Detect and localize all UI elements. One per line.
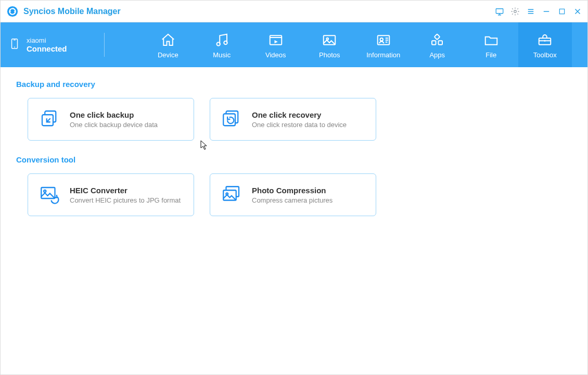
gear-icon[interactable] <box>507 1 523 22</box>
svg-rect-13 <box>432 41 436 45</box>
close-icon[interactable] <box>570 1 585 22</box>
music-icon <box>214 31 229 48</box>
nav-videos[interactable]: Videos <box>249 22 303 67</box>
backup-tile-row: One click backup One click backup device… <box>16 98 572 141</box>
apps-icon <box>429 31 445 48</box>
nav-file[interactable]: File <box>464 22 518 67</box>
nav-device[interactable]: Device <box>141 22 195 67</box>
device-name: xiaomi <box>27 36 67 44</box>
svg-point-2 <box>514 10 517 12</box>
recovery-icon <box>221 108 242 130</box>
minimize-icon[interactable] <box>539 1 554 22</box>
svg-rect-19 <box>42 115 53 126</box>
conversion-tile-row: HEIC Converter Convert HEIC pictures to … <box>16 173 572 216</box>
nav-label: File <box>485 51 496 59</box>
nav-information[interactable]: Information <box>356 22 411 67</box>
heic-icon <box>39 184 60 206</box>
nav-label: Music <box>213 51 231 59</box>
tile-desc: Compress camera pictures <box>252 196 333 204</box>
svg-point-12 <box>380 38 383 41</box>
maximize-icon[interactable] <box>554 1 570 22</box>
nav-label: Toolbox <box>533 51 557 59</box>
tile-title: One click recovery <box>252 110 347 119</box>
nav-label: Device <box>158 51 178 59</box>
nav-label: Apps <box>429 51 445 59</box>
svg-rect-1 <box>496 8 503 13</box>
toolbox-icon <box>537 31 553 48</box>
compress-icon <box>221 184 242 206</box>
nav-label: Videos <box>265 51 286 59</box>
home-icon <box>160 31 176 48</box>
device-status: Connected <box>27 44 67 53</box>
svg-point-5 <box>14 47 15 48</box>
tile-desc: One click restore data to device <box>252 121 347 129</box>
tile-desc: One click backup device data <box>70 121 158 129</box>
nav-toolbox[interactable]: Toolbox <box>518 22 572 67</box>
tile-desc: Convert HEIC pictures to JPG format <box>70 196 181 204</box>
nav-label: Information <box>366 51 400 59</box>
svg-point-17 <box>544 40 546 41</box>
nav-music[interactable]: Music <box>195 22 249 67</box>
svg-rect-3 <box>559 9 564 14</box>
phone-icon <box>9 35 20 55</box>
nav-apps[interactable]: Apps <box>411 22 465 67</box>
window-actions <box>492 1 585 22</box>
tile-one-click-backup[interactable]: One click backup One click backup device… <box>28 98 194 141</box>
tile-photo-compression[interactable]: Photo Compression Compress camera pictur… <box>210 173 376 216</box>
photo-icon <box>322 31 337 48</box>
app-title: Syncios Mobile Manager <box>23 7 121 16</box>
nav-strip: xiaomi Connected Device Music <box>1 22 587 67</box>
menu-icon[interactable] <box>523 1 539 22</box>
tile-one-click-recovery[interactable]: One click recovery One click restore dat… <box>210 98 376 141</box>
svg-point-23 <box>44 190 46 192</box>
main-content: Backup and recovery One click backup One… <box>1 67 587 243</box>
title-bar: Syncios Mobile Manager <box>1 1 587 22</box>
folder-icon <box>483 31 499 48</box>
contact-icon <box>376 31 391 48</box>
tile-title: One click backup <box>70 110 158 119</box>
tile-title: HEIC Converter <box>70 186 181 195</box>
tile-heic-converter[interactable]: HEIC Converter Convert HEIC pictures to … <box>28 173 194 216</box>
app-logo <box>7 6 18 17</box>
svg-rect-14 <box>439 41 443 45</box>
nav-label: Photos <box>319 51 340 59</box>
svg-point-7 <box>224 41 228 44</box>
svg-rect-15 <box>434 34 440 40</box>
backup-icon <box>39 108 60 130</box>
section-conversion-title: Conversion tool <box>16 155 572 164</box>
nav-items: Device Music Videos Pho <box>105 22 587 67</box>
device-panel[interactable]: xiaomi Connected <box>1 22 105 67</box>
svg-rect-8 <box>270 35 282 45</box>
video-icon <box>268 31 284 48</box>
svg-point-0 <box>7 6 18 16</box>
tile-title: Photo Compression <box>252 186 333 195</box>
section-backup-title: Backup and recovery <box>16 80 572 89</box>
nav-photos[interactable]: Photos <box>303 22 357 67</box>
svg-point-6 <box>217 42 221 46</box>
monitor-icon[interactable] <box>492 1 507 22</box>
